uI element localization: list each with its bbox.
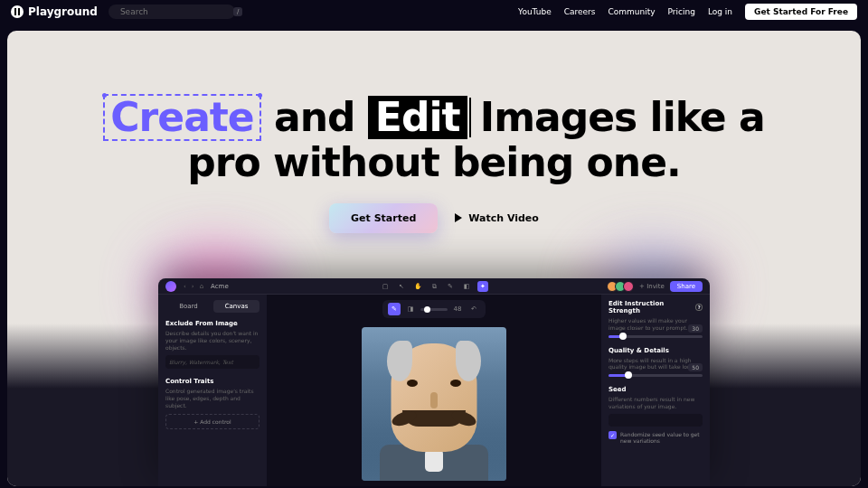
top-navigation: Playground / YouTube Careers Community P… — [0, 0, 868, 23]
tool-cursor-icon[interactable]: ↖ — [396, 281, 407, 292]
portrait-mustache — [402, 410, 466, 427]
portrait-eyes — [407, 380, 461, 387]
brand-logo[interactable]: Playground — [11, 5, 98, 18]
back-icon[interactable]: ‹ — [184, 283, 186, 290]
tab-canvas[interactable]: Canvas — [213, 300, 259, 313]
hero-buttons: Get Started Watch Video — [7, 203, 861, 233]
forward-icon[interactable]: › — [192, 283, 194, 290]
strength-slider[interactable]: 30 — [609, 335, 703, 338]
app-topbar-right: + Invite Share — [609, 281, 703, 292]
hero-section: Create and Edit Images like apro without… — [7, 31, 861, 486]
get-started-free-button[interactable]: Get Started For Free — [745, 4, 857, 20]
checkbox-icon: ✓ — [609, 431, 617, 439]
app-title: Acme — [211, 283, 229, 290]
headline-and: and — [261, 94, 368, 140]
app-toolbar: ▢ ↖ ✋ ⧉ ✎ ◧ ✦ — [380, 281, 488, 292]
info-icon[interactable]: ? — [695, 304, 703, 311]
brush-icon[interactable]: ✎ — [388, 303, 401, 315]
left-panel: Board Canvas Exclude From Image Describe… — [158, 295, 267, 486]
nav-pricing[interactable]: Pricing — [668, 7, 695, 16]
portrait-hair-right — [456, 341, 481, 381]
watch-video-label: Watch Video — [468, 212, 539, 224]
headline: Create and Edit Images like apro without… — [7, 31, 861, 185]
tool-erase-icon[interactable]: ◧ — [461, 281, 472, 292]
share-button[interactable]: Share — [670, 281, 703, 292]
add-control-button[interactable]: + Add control — [165, 414, 259, 429]
randomize-label: Randomize seed value to get new variatio… — [620, 431, 703, 444]
collaborator-avatars[interactable] — [609, 281, 634, 292]
tab-board[interactable]: Board — [165, 300, 212, 313]
tool-hand-icon[interactable]: ✋ — [412, 281, 423, 292]
exclude-title: Exclude From Image — [165, 320, 259, 327]
portrait-nose — [430, 392, 438, 408]
canvas-area: ✎ ◨ 48 ↶ — [267, 295, 601, 486]
exclude-desc: Describe details you don't want in your … — [165, 330, 259, 351]
canvas-tools: ✎ ◨ 48 ↶ — [382, 300, 486, 318]
seed-title: Seed — [609, 386, 703, 393]
undo-icon[interactable]: ↶ — [467, 303, 480, 315]
svg-rect-1 — [18, 8, 20, 15]
traits-desc: Control generated image's traits like po… — [165, 388, 259, 408]
invite-button[interactable]: + Invite — [639, 283, 665, 290]
svg-rect-0 — [14, 8, 16, 15]
randomize-checkbox[interactable]: ✓ Randomize seed value to get new variat… — [609, 431, 703, 444]
app-topbar: ‹ › ⌂ Acme ▢ ↖ ✋ ⧉ ✎ ◧ ✦ + Invite — [158, 278, 710, 295]
logo-icon — [11, 5, 24, 18]
app-nav-icons: ‹ › ⌂ — [184, 283, 203, 290]
search-shortcut: / — [233, 7, 242, 16]
headline-create: Create — [103, 94, 260, 141]
headline-rest1: Images like a — [467, 94, 765, 140]
nav-youtube[interactable]: YouTube — [518, 7, 552, 16]
brush-size-value: 48 — [451, 303, 464, 315]
search-input[interactable] — [120, 7, 229, 16]
right-panel: Edit Instruction Strength? Higher values… — [601, 295, 710, 486]
play-icon — [454, 213, 463, 222]
tool-pen-icon[interactable]: ✎ — [445, 281, 456, 292]
app-body: Board Canvas Exclude From Image Describe… — [158, 295, 710, 486]
headline-edit: Edit — [368, 96, 467, 139]
strength-title: Edit Instruction Strength? — [609, 300, 703, 314]
strength-value: 30 — [688, 324, 703, 333]
eraser-icon[interactable]: ◨ — [404, 303, 417, 315]
app-logo-icon — [165, 281, 176, 292]
portrait-hair-left — [387, 341, 412, 381]
tool-magic-icon[interactable]: ✦ — [477, 281, 488, 292]
get-started-button[interactable]: Get Started — [329, 203, 438, 233]
canvas-image[interactable] — [362, 327, 506, 481]
nav-login[interactable]: Log in — [708, 7, 732, 16]
traits-title: Control Traits — [165, 378, 259, 385]
svg-marker-4 — [455, 213, 462, 222]
seed-input[interactable] — [609, 414, 703, 427]
tool-frame-icon[interactable]: ▢ — [380, 281, 391, 292]
nav-links: YouTube Careers Community Pricing Log in… — [518, 4, 857, 20]
seed-desc: Different numbers result in new variatio… — [609, 396, 703, 410]
panel-tabs: Board Canvas — [165, 300, 259, 313]
watch-video-button[interactable]: Watch Video — [454, 212, 539, 224]
app-screenshot: ‹ › ⌂ Acme ▢ ↖ ✋ ⧉ ✎ ◧ ✦ + Invite — [158, 278, 710, 486]
quality-slider[interactable]: 50 — [609, 374, 703, 377]
quality-value: 50 — [688, 363, 703, 371]
home-icon[interactable]: ⌂ — [200, 283, 203, 290]
headline-rest2: pro without being one. — [187, 139, 680, 185]
brand-text: Playground — [28, 5, 98, 18]
avatar-3 — [623, 281, 634, 292]
search-box[interactable]: / — [108, 5, 235, 19]
brush-size-slider[interactable] — [420, 308, 448, 311]
tool-crop-icon[interactable]: ⧉ — [429, 281, 439, 292]
nav-community[interactable]: Community — [608, 7, 655, 16]
nav-careers[interactable]: Careers — [564, 7, 596, 16]
quality-title: Quality & Details — [609, 347, 703, 354]
exclude-input[interactable]: Blurry, Watermark, Text — [165, 355, 259, 369]
